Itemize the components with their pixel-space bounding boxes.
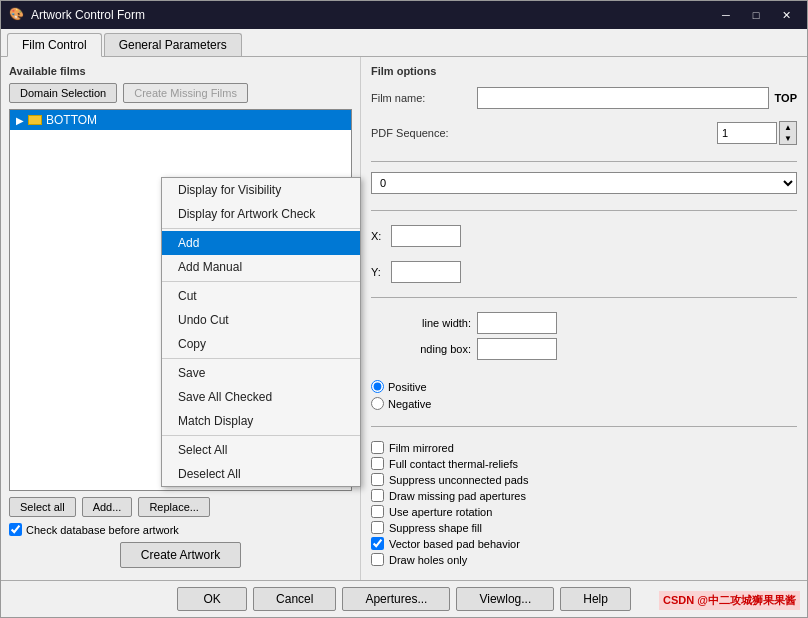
check-database-row: Check database before artwork	[9, 523, 352, 536]
suppress-shape-checkbox[interactable]	[371, 521, 384, 534]
title-bar: 🎨 Artwork Control Form ─ □ ✕	[1, 1, 807, 29]
vector-based-checkbox[interactable]	[371, 537, 384, 550]
divider-1	[371, 161, 797, 162]
draw-holes-label: Draw holes only	[389, 554, 467, 566]
cb-suppress-shape: Suppress shape fill	[371, 521, 797, 534]
film-name-input[interactable]	[477, 87, 769, 109]
spin-up-button[interactable]: ▲	[780, 122, 796, 133]
bottom-btn-row: Select all Add... Replace...	[9, 497, 352, 517]
bounding-box-label: nding box:	[371, 343, 471, 355]
draw-missing-label: Draw missing pad apertures	[389, 490, 526, 502]
top-value-input[interactable]: 1	[717, 122, 777, 144]
maximize-button[interactable]: □	[743, 5, 769, 25]
cb-draw-holes: Draw holes only	[371, 553, 797, 566]
main-window: 🎨 Artwork Control Form ─ □ ✕ Film Contro…	[0, 0, 808, 618]
menu-item-undo-cut[interactable]: Undo Cut	[162, 308, 360, 332]
y-input[interactable]: 0.000	[391, 261, 461, 283]
add-button[interactable]: Add...	[82, 497, 133, 517]
cb-vector-based: Vector based pad behavior	[371, 537, 797, 550]
menu-item-add-manual[interactable]: Add Manual	[162, 255, 360, 279]
menu-item-cut[interactable]: Cut	[162, 284, 360, 308]
suppress-unconnected-label: Suppress unconnected pads	[389, 474, 528, 486]
cancel-button[interactable]: Cancel	[253, 587, 336, 611]
y-label: Y:	[371, 266, 387, 278]
menu-item-copy[interactable]: Copy	[162, 332, 360, 356]
domain-selection-button[interactable]: Domain Selection	[9, 83, 117, 103]
film-arrow: ▶	[16, 115, 24, 126]
bottom-controls: Select all Add... Replace... Check datab…	[9, 497, 352, 572]
dropdown-row: 0	[371, 172, 797, 194]
pdf-sequence-row: PDF Sequence: 1 ▲ ▼	[371, 121, 797, 145]
create-artwork-button[interactable]: Create Artwork	[120, 542, 241, 568]
negative-row: Negative	[371, 397, 797, 410]
y-coord-section: Y: 0.000	[371, 261, 797, 283]
divider-3	[371, 297, 797, 298]
available-films-label: Available films	[9, 65, 352, 77]
pdf-sequence-label: PDF Sequence:	[371, 127, 471, 139]
use-aperture-checkbox[interactable]	[371, 505, 384, 518]
line-width-row: line width: 0.000	[371, 312, 797, 334]
menu-item-select-all[interactable]: Select All	[162, 438, 360, 462]
menu-item-add[interactable]: Add	[162, 231, 360, 255]
film-name-label: Film name:	[371, 92, 471, 104]
line-width-input[interactable]: 0.000	[477, 312, 557, 334]
title-bar-text: Artwork Control Form	[31, 8, 713, 22]
x-input[interactable]: 0.000	[391, 225, 461, 247]
create-missing-button[interactable]: Create Missing Films	[123, 83, 248, 103]
film-name-row: Film name: TOP	[371, 87, 797, 109]
ok-button[interactable]: OK	[177, 587, 247, 611]
draw-missing-checkbox[interactable]	[371, 489, 384, 502]
suppress-unconnected-checkbox[interactable]	[371, 473, 384, 486]
film-options-label: Film options	[371, 65, 797, 77]
apertures-button[interactable]: Apertures...	[342, 587, 450, 611]
bounding-box-input[interactable]: 2.540	[477, 338, 557, 360]
full-contact-checkbox[interactable]	[371, 457, 384, 470]
positive-radio[interactable]	[371, 380, 384, 393]
use-aperture-label: Use aperture rotation	[389, 506, 492, 518]
menu-item-deselect-all[interactable]: Deselect All	[162, 462, 360, 486]
film-item-bottom[interactable]: ▶ BOTTOM	[10, 110, 351, 130]
help-button[interactable]: Help	[560, 587, 631, 611]
film-mirrored-label: Film mirrored	[389, 442, 454, 454]
minimize-button[interactable]: ─	[713, 5, 739, 25]
tab-film-control[interactable]: Film Control	[7, 33, 102, 57]
content-area: Available films Domain Selection Create …	[1, 57, 807, 580]
left-panel: Available films Domain Selection Create …	[1, 57, 361, 580]
title-bar-controls: ─ □ ✕	[713, 5, 799, 25]
menu-separator-2	[162, 281, 360, 282]
folder-icon	[28, 115, 42, 125]
positive-row: Positive	[371, 380, 797, 393]
vector-based-label: Vector based pad behavior	[389, 538, 520, 550]
film-option-select[interactable]: 0	[371, 172, 797, 194]
coord-section: X: 0.000	[371, 225, 797, 247]
full-contact-label: Full contact thermal-reliefs	[389, 458, 518, 470]
check-database-label: Check database before artwork	[26, 524, 179, 536]
cb-use-aperture: Use aperture rotation	[371, 505, 797, 518]
cb-film-mirrored: Film mirrored	[371, 441, 797, 454]
viewlog-button[interactable]: Viewlog...	[456, 587, 554, 611]
app-icon: 🎨	[9, 7, 25, 23]
context-menu: Display for Visibility Display for Artwo…	[161, 177, 361, 487]
cb-full-contact: Full contact thermal-reliefs	[371, 457, 797, 470]
menu-item-display-artwork[interactable]: Display for Artwork Check	[162, 202, 360, 226]
tab-general-parameters[interactable]: General Parameters	[104, 33, 242, 56]
close-button[interactable]: ✕	[773, 5, 799, 25]
menu-item-display-visibility[interactable]: Display for Visibility	[162, 178, 360, 202]
replace-button[interactable]: Replace...	[138, 497, 210, 517]
menu-item-save-all-checked[interactable]: Save All Checked	[162, 385, 360, 409]
menu-item-match-display[interactable]: Match Display	[162, 409, 360, 433]
y-coord-group: Y: 0.000	[371, 261, 461, 283]
polarity-group: Positive Negative	[371, 380, 797, 410]
top-label: TOP	[775, 92, 797, 104]
spin-down-button[interactable]: ▼	[780, 133, 796, 144]
film-item-label: BOTTOM	[46, 113, 97, 127]
negative-radio[interactable]	[371, 397, 384, 410]
select-all-button[interactable]: Select all	[9, 497, 76, 517]
checkbox-section: Film mirrored Full contact thermal-relie…	[371, 441, 797, 566]
film-mirrored-checkbox[interactable]	[371, 441, 384, 454]
top-row: TOP	[775, 92, 797, 104]
draw-holes-checkbox[interactable]	[371, 553, 384, 566]
menu-separator-1	[162, 228, 360, 229]
check-database-checkbox[interactable]	[9, 523, 22, 536]
menu-item-save[interactable]: Save	[162, 361, 360, 385]
